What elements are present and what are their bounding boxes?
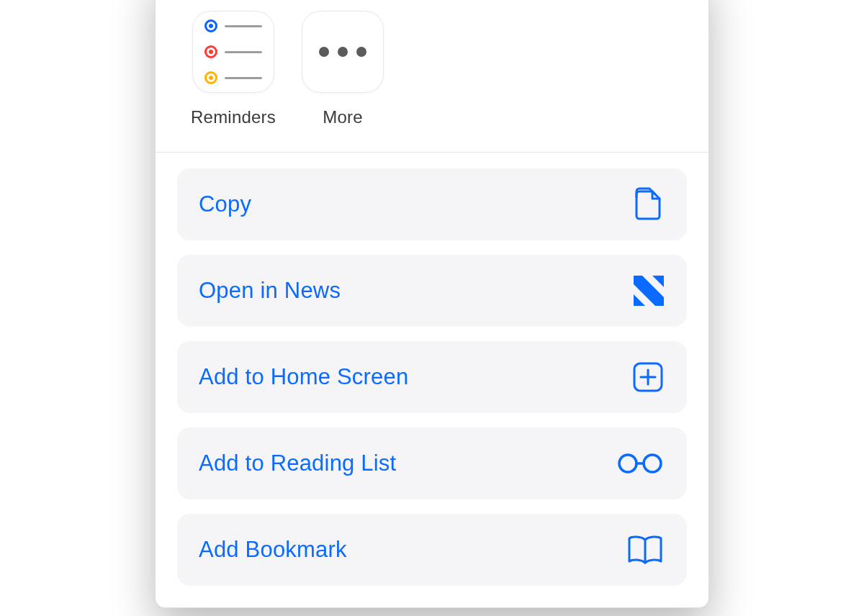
svg-point-6 <box>619 455 636 472</box>
reminders-icon <box>192 11 274 93</box>
share-apps-row: Reminders More <box>156 0 708 127</box>
plus-square-icon <box>632 361 664 393</box>
action-add-to-home-screen[interactable]: Add to Home Screen <box>177 341 687 413</box>
action-label: Copy <box>199 191 251 217</box>
action-label: Add to Reading List <box>199 450 396 476</box>
svg-marker-2 <box>634 294 645 306</box>
action-copy[interactable]: Copy <box>177 168 687 240</box>
share-sheet-container: Reminders More Copy <box>0 0 864 616</box>
more-icon <box>302 11 384 93</box>
action-add-to-reading-list[interactable]: Add to Reading List <box>177 427 687 499</box>
share-actions-list: Copy Open in News <box>156 168 708 607</box>
app-label: Reminders <box>191 107 276 127</box>
glasses-icon <box>616 452 664 475</box>
svg-marker-1 <box>652 276 664 287</box>
share-sheet: Reminders More Copy <box>155 0 709 608</box>
action-open-in-news[interactable]: Open in News <box>177 255 687 327</box>
divider <box>156 152 708 153</box>
app-label: More <box>323 107 362 127</box>
app-reminders[interactable]: Reminders <box>190 11 276 127</box>
action-label: Open in News <box>199 278 341 304</box>
action-label: Add to Home Screen <box>199 364 408 390</box>
action-label: Add Bookmark <box>199 537 347 563</box>
copy-icon <box>628 184 664 225</box>
news-icon <box>634 276 664 306</box>
svg-point-7 <box>644 455 661 472</box>
app-more[interactable]: More <box>300 11 386 127</box>
book-icon <box>626 534 664 566</box>
action-add-bookmark[interactable]: Add Bookmark <box>177 514 687 586</box>
